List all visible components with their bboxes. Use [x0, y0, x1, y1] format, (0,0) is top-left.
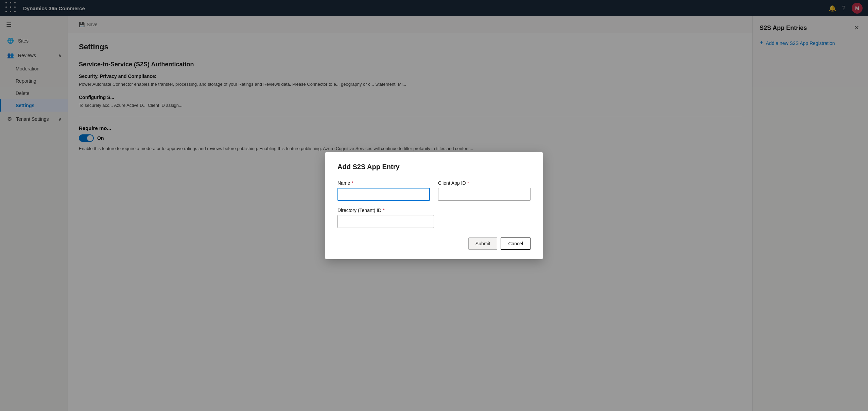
- submit-button[interactable]: Submit: [468, 237, 498, 250]
- name-required-star: *: [351, 180, 353, 186]
- add-s2s-modal: Add S2S App Entry Name * Client App ID *…: [325, 152, 543, 259]
- modal-title: Add S2S App Entry: [337, 163, 531, 171]
- client-app-id-label: Client App ID *: [438, 180, 531, 186]
- name-label: Name *: [337, 180, 430, 186]
- client-app-id-input[interactable]: [438, 188, 531, 201]
- name-field-group: Name *: [337, 180, 430, 201]
- directory-tenant-id-input[interactable]: [337, 215, 434, 228]
- client-app-id-required-star: *: [467, 180, 469, 186]
- directory-tenant-id-required-star: *: [383, 208, 384, 213]
- directory-tenant-id-group: Directory (Tenant) ID *: [337, 208, 531, 228]
- client-app-id-field-group: Client App ID *: [438, 180, 531, 201]
- modal-actions: Submit Cancel: [337, 237, 531, 250]
- directory-tenant-id-label: Directory (Tenant) ID *: [337, 208, 531, 213]
- name-input[interactable]: [337, 188, 430, 201]
- cancel-button[interactable]: Cancel: [501, 237, 531, 250]
- modal-form-row-1: Name * Client App ID *: [337, 180, 531, 201]
- modal-overlay: Add S2S App Entry Name * Client App ID *…: [0, 0, 868, 411]
